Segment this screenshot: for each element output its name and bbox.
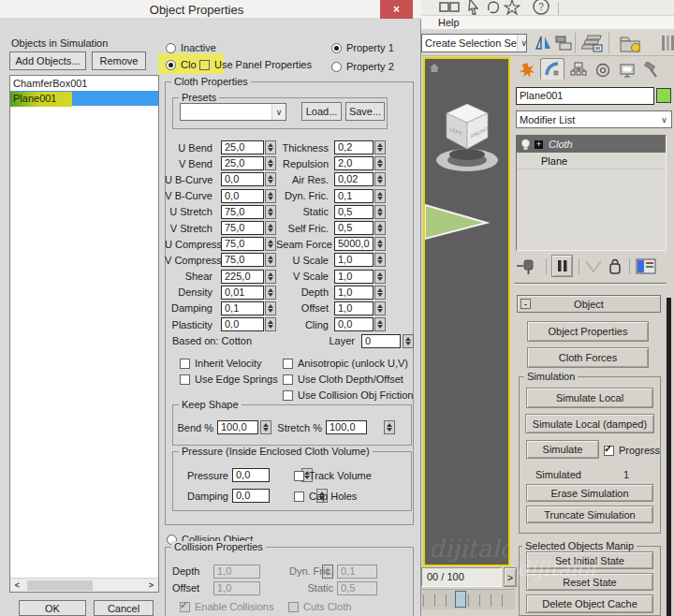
simulate-local-button[interactable]: Simulate Local [526,388,653,408]
spinner-down-arrow[interactable] [377,244,383,248]
stretch-input[interactable]: 100,0 [326,420,367,434]
remove-modifier-icon[interactable] [607,257,623,276]
spinner-down-arrow[interactable] [268,293,273,297]
spinner-down-arrow[interactable] [268,277,273,281]
property1-radio[interactable] [331,43,342,53]
list-hscrollbar[interactable]: < > [10,578,158,592]
spinner[interactable] [265,286,276,300]
param-input-left[interactable]: 225,0 [221,270,264,284]
spinner-up-arrow[interactable] [268,192,273,196]
dialog-titlebar[interactable]: Object Properties × [0,0,421,19]
spinner[interactable] [403,334,414,348]
collapse-icon[interactable]: - [520,299,531,309]
spinner[interactable] [265,156,276,170]
spinner[interactable] [374,221,386,235]
param-input-right[interactable]: 0,1 [334,189,374,203]
viewcube-home-icon[interactable] [429,63,440,73]
presets-combobox[interactable]: ∨ [180,103,286,121]
configure-modifier-sets-icon[interactable] [636,257,657,276]
show-end-result-button[interactable] [551,255,573,277]
spinner[interactable] [374,286,386,300]
spinner-down-arrow[interactable] [377,213,383,216]
spinner[interactable] [374,301,386,315]
spinner[interactable] [265,270,276,284]
spinner-up-arrow[interactable] [377,143,383,147]
set-initial-state-button[interactable]: Set Initial State [526,551,653,569]
spinner-up-arrow[interactable] [377,272,383,276]
save-button[interactable]: Save... [345,102,385,121]
truncate-simulation-button[interactable]: Truncate Simulation [526,506,653,523]
schematic-view-icon[interactable] [438,0,462,16]
list-item-selected[interactable]: Plane001 [10,91,158,106]
spinner-down-arrow[interactable] [268,309,273,313]
param-input-right[interactable]: 2,0 [334,156,374,170]
spinner-up-arrow[interactable] [268,175,273,179]
chevron-down-icon[interactable]: ∨ [517,35,527,51]
spinner-up-arrow[interactable] [377,256,383,259]
help-icon[interactable]: ? [532,0,550,16]
param-input-left[interactable]: 75,0 [221,237,264,251]
spinner-up-arrow[interactable] [268,208,273,212]
param-input-right[interactable]: 1,0 [334,270,374,284]
chevron-down-icon[interactable]: ∨ [657,111,671,127]
star-icon[interactable] [504,0,520,16]
frame-number-display[interactable]: 00 / 100 [421,567,502,587]
param-input-right[interactable]: 1,0 [334,286,374,300]
inherit-velocity-checkbox[interactable] [180,359,190,369]
cursor-icon[interactable] [466,0,481,16]
spinner-up-arrow[interactable] [377,208,383,212]
spinner-up-arrow[interactable] [268,256,273,259]
spinner-up-arrow[interactable] [268,224,273,227]
reset-state-button[interactable]: Reset State [526,573,653,591]
param-input-right[interactable]: 1,0 [334,301,374,315]
spinner-down-arrow[interactable] [377,180,383,183]
spinner-up-arrow[interactable] [268,320,273,324]
spinner[interactable] [265,205,276,219]
pressure-input[interactable]: 0,0 [232,468,270,482]
erase-simulation-button[interactable]: Erase Simulation [526,484,653,502]
spinner[interactable] [374,140,386,154]
spinner[interactable] [374,253,386,267]
param-input-right[interactable]: 0,5 [334,205,374,219]
param-input-left[interactable]: 0,0 [221,317,264,331]
param-input-right[interactable]: 0,02 [334,172,374,186]
viewport[interactable]: LEFT FRONT dijitalol [423,57,510,566]
scroll-left-arrow[interactable]: < [10,579,24,592]
scroll-thumb[interactable] [27,580,93,591]
spinner[interactable] [384,420,395,434]
next-frame-button[interactable]: > [504,567,517,587]
spinner[interactable] [374,172,386,186]
lasso-icon[interactable] [485,0,502,16]
use-edge-springs-checkbox[interactable] [180,374,190,385]
add-objects-button[interactable]: Add Objects... [9,51,86,70]
param-input-left[interactable]: 75,0 [221,253,264,267]
param-input-left[interactable]: 75,0 [221,221,264,235]
simulate-local-damped-button[interactable]: Simulate Local (damped) [525,414,654,433]
param-input-left[interactable]: 0,1 [221,301,264,315]
tab-modify[interactable] [540,58,564,80]
spinner[interactable] [265,140,276,154]
modifier-enabled-bulb-icon[interactable] [520,139,531,151]
modifier-stack-item-plane[interactable]: Plane [517,153,666,169]
spinner-up-arrow[interactable] [268,240,273,243]
object-color-swatch[interactable] [656,88,671,103]
anisotropic-checkbox[interactable] [283,359,293,369]
spinner[interactable] [265,221,276,235]
spinner-up-arrow[interactable] [268,143,273,147]
spinner-up-arrow[interactable] [268,304,273,308]
scroll-right-arrow[interactable]: > [144,579,158,592]
tab-motion[interactable] [591,59,615,81]
align-icon[interactable] [554,34,573,52]
spinner-down-arrow[interactable] [268,180,273,183]
bend-input[interactable]: 100,0 [217,420,258,434]
spinner-down-arrow[interactable] [268,213,273,216]
spinner[interactable] [265,189,276,203]
spinner[interactable] [374,270,386,284]
object-name-field[interactable]: Plane001 [516,87,654,105]
spinner-up-arrow[interactable] [377,159,383,163]
spinner[interactable] [374,189,386,203]
layer-manager-icon[interactable] [580,33,605,54]
param-input-right[interactable]: 1,0 [334,253,374,267]
spinner[interactable] [265,317,276,331]
tab-display[interactable] [615,59,639,81]
